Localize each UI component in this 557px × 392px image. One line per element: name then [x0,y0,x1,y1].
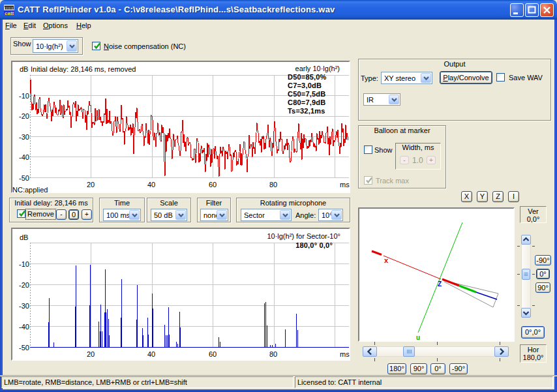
svg-text:Z: Z [438,280,442,288]
svg-text:u: u [416,334,420,341]
svg-text:catt: catt [5,10,14,16]
